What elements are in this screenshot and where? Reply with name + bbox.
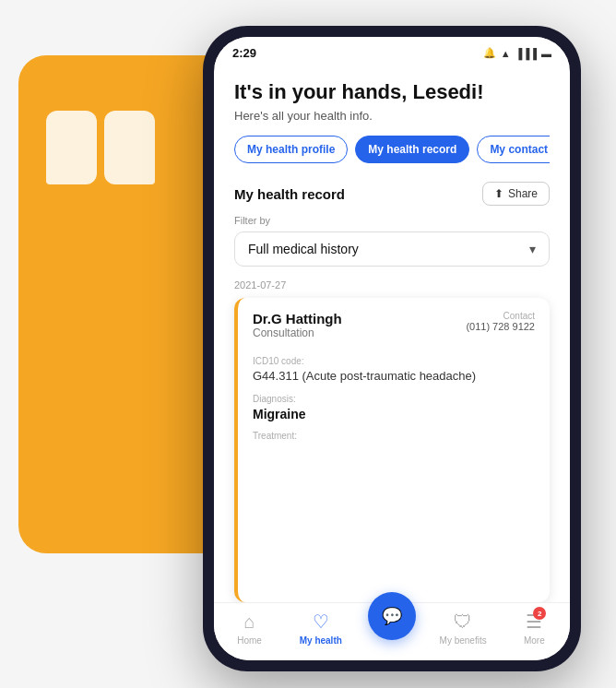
phone-screen: 2:29 🔔 ▲ ▐▐▐ ▬ It's in your hands, Lesed… <box>214 37 570 660</box>
section-header: My health record ⬆ Share <box>234 182 550 206</box>
nav-more[interactable]: ☰ 2 More <box>509 611 560 646</box>
share-icon: ⬆ <box>494 187 503 200</box>
nav-benefits-label: My benefits <box>440 635 487 646</box>
quote-mark-right <box>104 111 155 184</box>
tab-contact-details[interactable]: My contact de... <box>477 136 550 163</box>
more-badge-container: ☰ 2 <box>526 611 542 633</box>
phone-mockup: 2:29 🔔 ▲ ▐▐▐ ▬ It's in your hands, Lesed… <box>203 26 581 671</box>
nav-my-health[interactable]: ♡ My health <box>295 611 346 646</box>
wifi-icon: ▲ <box>501 48 511 59</box>
share-button[interactable]: ⬆ Share <box>482 182 550 206</box>
record-card: Dr.G Hattingh Consultation Contact (011)… <box>234 298 550 602</box>
status-icons: 🔔 ▲ ▐▐▐ ▬ <box>483 47 551 59</box>
diagnosis-label: Diagnosis: <box>253 394 535 404</box>
bottom-nav: ⌂ Home ♡ My health 💬 🛡 My benefits <box>214 602 570 660</box>
filter-label: Filter by <box>234 215 550 226</box>
tab-row: My health profile My health record My co… <box>234 136 550 163</box>
share-label: Share <box>508 187 538 200</box>
app-title: It's in your hands, Lesedi! <box>234 80 550 104</box>
status-time: 2:29 <box>232 46 256 60</box>
nav-fab[interactable]: 💬 <box>366 616 417 640</box>
status-bar: 2:29 🔔 ▲ ▐▐▐ ▬ <box>214 37 570 65</box>
nav-home[interactable]: ⌂ Home <box>224 611 275 646</box>
nav-more-label: More <box>524 635 545 646</box>
nav-my-benefits[interactable]: 🛡 My benefits <box>438 611 489 646</box>
app-content: It's in your hands, Lesedi! Here's all y… <box>214 65 570 602</box>
signal-icon: ▐▐▐ <box>515 48 537 59</box>
shield-icon: 🛡 <box>454 611 472 633</box>
nav-home-label: Home <box>237 635 262 646</box>
tab-health-record[interactable]: My health record <box>355 136 469 163</box>
section-title: My health record <box>234 186 345 202</box>
contact-number: (011) 728 9122 <box>466 321 535 332</box>
phone-frame: 2:29 🔔 ▲ ▐▐▐ ▬ It's in your hands, Lesed… <box>203 26 581 671</box>
icd-value: G44.311 (Acute post-traumatic headache) <box>253 369 535 383</box>
fab-button[interactable]: 💬 <box>368 592 416 640</box>
treatment-label: Treatment: <box>253 431 535 441</box>
card-header: Dr.G Hattingh Consultation Contact (011)… <box>253 311 535 352</box>
contact-label: Contact <box>466 311 535 321</box>
filter-value: Full medical history <box>248 242 359 256</box>
diagnosis-value: Migraine <box>253 407 535 421</box>
alarm-icon: 🔔 <box>483 47 496 59</box>
consultation-type: Consultation <box>253 326 342 339</box>
home-icon: ⌂ <box>244 611 255 633</box>
nav-my-health-label: My health <box>300 635 342 646</box>
tab-health-profile[interactable]: My health profile <box>234 136 348 163</box>
icd-label: ICD10 code: <box>253 356 535 366</box>
contact-info: Contact (011) 728 9122 <box>466 311 535 332</box>
doctor-info: Dr.G Hattingh Consultation <box>253 311 342 352</box>
battery-icon: ▬ <box>541 48 551 59</box>
app-subtitle: Here's all your health info. <box>234 109 550 123</box>
decorative-quotes <box>46 111 155 184</box>
doctor-name: Dr.G Hattingh <box>253 311 342 326</box>
quote-mark-left <box>46 111 97 184</box>
heart-icon: ♡ <box>313 611 329 633</box>
chat-icon: 💬 <box>382 606 402 626</box>
filter-dropdown[interactable]: Full medical history ▾ <box>234 231 550 267</box>
notification-badge: 2 <box>533 607 546 620</box>
record-date: 2021-07-27 <box>234 279 550 291</box>
chevron-down-icon: ▾ <box>529 242 536 256</box>
